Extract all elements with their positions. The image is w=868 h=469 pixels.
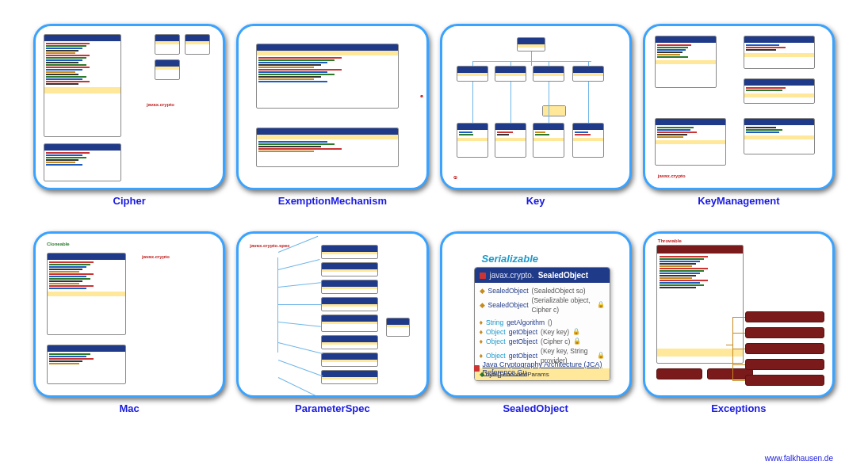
sealedobject-header: javax.crypto.SealedObject	[475, 268, 610, 283]
exception-pill	[745, 359, 824, 370]
thumbnail-grid: javax.crypto Cipher	[0, 0, 868, 444]
generalsecurityexception-box	[656, 245, 744, 364]
sealed-rows: ◆SealedObject(SealedObject so) ◆SealedOb…	[475, 283, 610, 368]
caption-paramspec: ParameterSpec	[295, 402, 370, 414]
clonable-label: Cloneable	[47, 242, 70, 246]
serializable-label: Serializable	[482, 253, 539, 265]
cell-key: ⦿ Key	[440, 24, 632, 222]
throwable-label: Throwable	[658, 238, 682, 243]
pkg-label: javax.crypto.	[490, 271, 534, 280]
key-footnote: ⦿	[453, 175, 457, 180]
cell-cipher: javax.crypto Cipher	[33, 24, 225, 222]
cell-sealed: Serializable javax.crypto.SealedObject ◆…	[440, 231, 632, 429]
class-label: SealedObject	[538, 271, 588, 280]
cell-mac: Cloneable javax.crypto Mac	[33, 231, 225, 429]
caption-cipher: Cipher	[113, 195, 146, 207]
link-icon	[474, 365, 480, 372]
label-javax-crypto-3: javax.crypto	[142, 254, 170, 259]
card-keymgmt[interactable]: javax.crypto	[643, 24, 835, 190]
exception-pill	[745, 375, 824, 386]
label-javax-crypto-2: javax.crypto	[658, 173, 686, 178]
jca-reference-link[interactable]: Java Cryptography Architecture (JCA) Ref…	[474, 360, 629, 376]
card-exceptions[interactable]: Throwable	[643, 231, 835, 398]
footer-attribution[interactable]: www.falkhausen.de	[765, 454, 833, 463]
exception-pill	[745, 343, 824, 354]
card-mac[interactable]: Cloneable javax.crypto	[33, 231, 225, 398]
exception-pill	[745, 327, 824, 338]
cell-keymgmt: javax.crypto KeyManagement	[643, 24, 835, 222]
caption-mac: Mac	[119, 402, 139, 414]
hint-icon: ⦿	[420, 94, 423, 98]
card-sealed[interactable]: Serializable javax.crypto.SealedObject ◆…	[440, 231, 632, 398]
caption-exceptions: Exceptions	[711, 402, 766, 414]
card-cipher[interactable]: javax.crypto	[33, 24, 225, 190]
label-javax-crypto: javax.crypto	[147, 102, 174, 107]
card-key[interactable]: ⦿	[440, 24, 632, 190]
cell-paramspec: javax.crypto.spec ParameterSpec	[236, 231, 428, 429]
label-javax-crypto-spec: javax.crypto.spec	[250, 243, 289, 248]
caption-exemption: ExemptionMechanism	[278, 195, 387, 207]
exception-pill	[745, 311, 824, 322]
card-paramspec[interactable]: javax.crypto.spec	[236, 231, 428, 398]
card-exemption[interactable]: ⦿	[236, 24, 428, 190]
cell-exceptions: Throwable	[643, 231, 835, 429]
class-icon	[480, 273, 486, 279]
caption-keymgmt: KeyManagement	[698, 195, 779, 207]
lock-icon: 🔒	[597, 300, 605, 310]
caption-key: Key	[526, 195, 545, 207]
caption-sealed: SealedObject	[503, 402, 568, 414]
cell-exemption: ⦿ ExemptionMechanism	[236, 24, 428, 222]
